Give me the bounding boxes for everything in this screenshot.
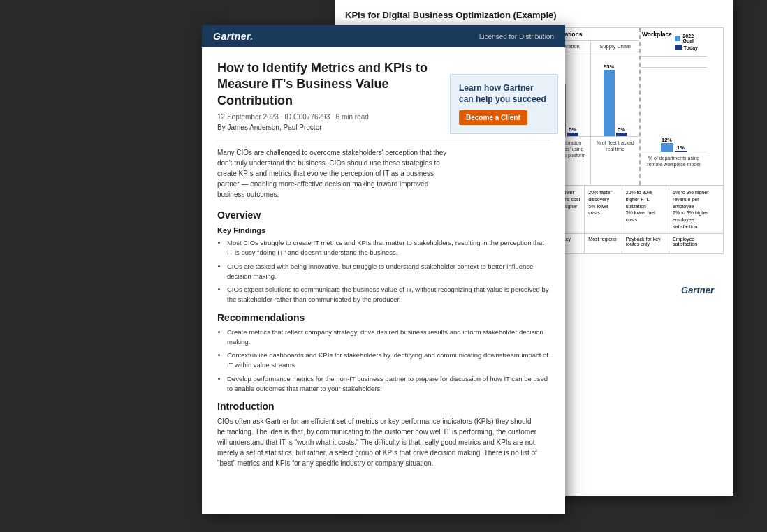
key-findings-heading: Key Findings [217,226,550,235]
bar-label-workplace: % of departments using remote workplace … [641,152,707,185]
overview-heading: Overview [217,209,550,221]
legend-today-swatch [675,45,682,50]
promo-box: Learn how Gartner can help you succeed B… [450,74,558,134]
doc-header: Gartner. Licensed for Distribution [202,25,565,47]
left-document: Gartner. Licensed for Distribution Learn… [202,25,565,514]
group-workplace: Workplace 2022 Goal Today [641,28,707,185]
legend-today: Today [675,45,698,50]
legend-goal-swatch [675,36,681,41]
finding-3: CIOs expect solutions to communicate the… [227,285,550,305]
recommendations-list: Create metrics that reflect company stra… [217,327,550,394]
group-header-workplace: Workplace 2022 Goal Today [641,28,707,57]
legend-goal: 2022 Goal [675,34,703,43]
finding-1: Most CIOs struggle to create IT metrics … [227,238,550,258]
findings-list: Most CIOs struggle to create IT metrics … [217,238,550,305]
balance-cell-5: Most regions [585,233,622,253]
chart-title: KPIs for Digital Business Optimization (… [345,10,724,20]
legend: 2022 Goal Today [672,31,706,53]
finding-2: CIOs are tasked with being innovative, b… [227,262,550,282]
bar-label-supply-chain: % of fleet tracked real time [591,136,639,170]
divider [217,140,550,140]
desired-cell-5: 20% faster discovery5% lower costs [585,186,622,234]
doc-title: How to Identify Metrics and KPIs to Meas… [217,60,434,109]
gartner-logo: Gartner. [213,31,254,42]
recommendations-heading: Recommendations [217,312,550,323]
desired-cell-7: 1% to 3% higher revenue per employee2% t… [669,186,724,234]
legend-goal-label: 2022 Goal [682,34,703,43]
rec-3: Develop performance metrics for the non-… [227,374,550,394]
rec-2: Contextualize dashboards and KPIs for st… [227,350,550,371]
become-client-button[interactable]: Become a Client [459,110,527,125]
introduction-text: CIOs often ask Gartner for an efficient … [217,416,539,468]
balance-cell-7: Employee satisfaction [669,233,724,253]
desired-cell-6: 20% to 30% higher FTL utilization5% lowe… [622,186,669,234]
legend-today-label: Today [684,45,698,50]
col-supply-chain: Supply Chain 95% 5% [591,41,639,185]
doc-intro: Many CIOs are challenged to overcome sta… [217,147,448,200]
promo-text: Learn how Gartner can help you succeed [459,83,549,105]
rec-1: Create metrics that reflect company stra… [227,327,550,348]
balance-cell-6: Payback for key routes only [622,233,669,253]
introduction-heading: Introduction [217,401,550,412]
licensed-text: Licensed for Distribution [479,33,554,40]
